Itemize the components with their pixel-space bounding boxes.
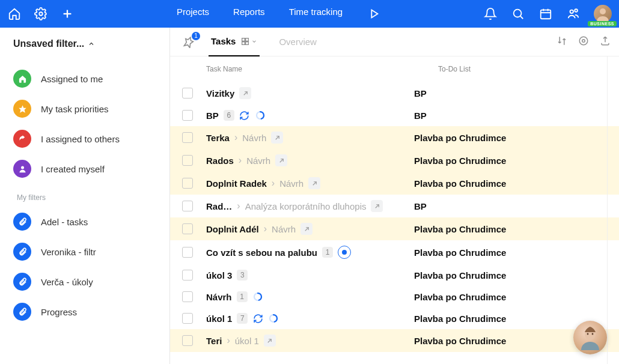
filter-title: Unsaved filter... xyxy=(13,38,84,49)
task-title: BP xyxy=(206,111,219,121)
sidebar-item-label: Progress xyxy=(41,307,77,317)
export-icon[interactable] xyxy=(600,35,611,49)
svg-line-33 xyxy=(268,339,272,342)
task-title: Rados xyxy=(206,156,234,166)
tab-overview[interactable]: Overview xyxy=(276,28,319,56)
tab-projects[interactable]: Projects xyxy=(177,7,209,21)
sort-icon[interactable] xyxy=(556,35,567,49)
table-row[interactable]: BP6 BP xyxy=(170,105,619,126)
task-title: úkol 3 xyxy=(206,270,232,281)
search-icon[interactable] xyxy=(511,7,525,21)
gear-icon[interactable] xyxy=(34,7,48,21)
view-switcher[interactable] xyxy=(240,37,257,46)
sidebar-my-filter[interactable]: Adel - tasks xyxy=(0,207,169,237)
open-link-icon[interactable] xyxy=(271,132,283,144)
task-checkbox[interactable] xyxy=(182,270,193,281)
task-checkbox[interactable] xyxy=(182,313,193,324)
tab-timetracking[interactable]: Time tracking xyxy=(289,7,343,21)
table-row[interactable]: úkol 17 Plavba po Chrudimce xyxy=(170,308,619,329)
topnav-tabs: Projects Reports Time tracking xyxy=(75,7,483,21)
table-row[interactable]: Doplnit Radek›Návrh Plavba po Chrudimce xyxy=(170,172,619,195)
table-row[interactable]: Návrh1 Plavba po Chrudimce xyxy=(170,286,619,308)
task-list-name: BP xyxy=(409,88,619,99)
table-row[interactable]: Vizitky BP xyxy=(170,82,619,105)
sidebar-smart-filter[interactable]: Assigned to me xyxy=(0,64,169,94)
task-checkbox[interactable] xyxy=(182,335,193,346)
star-icon xyxy=(13,100,31,118)
table-row[interactable]: úkol 33 Plavba po Chrudimce xyxy=(170,264,619,286)
open-link-icon[interactable] xyxy=(275,154,287,166)
task-title: Teri xyxy=(206,336,222,346)
svg-marker-3 xyxy=(371,10,377,18)
task-checkbox[interactable] xyxy=(182,201,193,211)
table-row[interactable]: Rados›Návrh Plavba po Chrudimce xyxy=(170,149,619,172)
play-icon[interactable] xyxy=(367,7,381,21)
sidebar-my-filter[interactable]: Verča - úkoly xyxy=(0,267,169,297)
progress-icon xyxy=(255,110,266,121)
chat-avatar[interactable] xyxy=(573,321,607,354)
svg-point-19 xyxy=(582,39,585,42)
sidebar-smart-filter[interactable]: I created myself xyxy=(0,154,169,184)
task-title: Rad… xyxy=(206,201,232,211)
task-list-name: BP xyxy=(409,201,619,211)
table-row[interactable]: Teri›úkol 1 Plavba po Chrudimce xyxy=(170,329,619,352)
task-checkbox[interactable] xyxy=(182,178,193,189)
sidebar-item-label: Assigned to me xyxy=(41,74,103,84)
plus-icon[interactable] xyxy=(60,7,75,21)
open-link-icon[interactable] xyxy=(239,87,251,99)
task-checkbox[interactable] xyxy=(182,110,193,121)
open-link-icon[interactable] xyxy=(264,335,276,347)
svg-point-10 xyxy=(570,10,574,13)
sidebar-item-label: I assigned to others xyxy=(41,134,120,144)
calendar-icon[interactable] xyxy=(538,7,553,21)
task-checkbox[interactable] xyxy=(182,247,193,258)
svg-line-5 xyxy=(520,16,523,19)
sidebar-smart-filter[interactable]: My task priorities xyxy=(0,94,169,124)
clip-icon xyxy=(13,303,31,321)
task-checkbox[interactable] xyxy=(182,88,193,99)
breadcrumb-arrow-icon: › xyxy=(264,223,267,234)
home-icon xyxy=(13,70,31,88)
home-icon[interactable] xyxy=(7,7,22,21)
task-checkbox[interactable] xyxy=(182,132,193,143)
tab-tasks-label: Tasks xyxy=(211,36,236,46)
open-link-icon[interactable] xyxy=(371,200,383,212)
task-checkbox[interactable] xyxy=(182,291,193,302)
status-icon xyxy=(338,246,351,259)
task-list-name: Plavba po Chrudimce xyxy=(409,270,619,281)
filter-dropdown[interactable]: Unsaved filter... xyxy=(0,38,169,64)
people-icon[interactable] xyxy=(566,7,581,21)
svg-rect-6 xyxy=(541,10,551,19)
subtask-count: 1 xyxy=(322,247,333,258)
open-link-icon[interactable] xyxy=(300,223,313,235)
chevron-up-icon xyxy=(88,40,95,47)
pin-filter[interactable]: 1 xyxy=(182,35,195,49)
breadcrumb-arrow-icon: › xyxy=(239,155,242,166)
table-row[interactable]: Doplnit Adél›Návrh Plavba po Chrudimce xyxy=(170,217,619,240)
main: Unsaved filter... Assigned to meMy task … xyxy=(0,28,619,364)
task-breadcrumb: Návrh xyxy=(246,156,270,166)
subtask-count: 7 xyxy=(237,313,248,324)
task-list-name: Plavba po Chrudimce xyxy=(409,156,619,166)
svg-rect-18 xyxy=(246,41,249,44)
task-breadcrumb: Analýza korporátního dluhopis xyxy=(245,201,367,211)
svg-point-14 xyxy=(21,166,24,169)
sidebar: Unsaved filter... Assigned to meMy task … xyxy=(0,28,170,364)
svg-point-4 xyxy=(514,10,522,17)
task-checkbox[interactable] xyxy=(182,223,193,234)
open-link-icon[interactable] xyxy=(308,177,320,189)
task-title: Vizitky xyxy=(206,88,234,99)
sidebar-my-filter[interactable]: Veronika - filtr xyxy=(0,237,169,267)
bell-icon[interactable] xyxy=(483,7,498,21)
table-row[interactable]: Co vzít s sebou na palubu1 Plavba po Chr… xyxy=(170,240,619,264)
table-row[interactable]: Rad…›Analýza korporátního dluhopis BP xyxy=(170,195,619,217)
tab-tasks[interactable]: Tasks xyxy=(209,28,260,56)
tab-reports[interactable]: Reports xyxy=(233,7,265,21)
user-avatar[interactable]: BUSINESS xyxy=(594,5,612,23)
sidebar-my-filter[interactable]: Progress xyxy=(0,297,169,327)
sidebar-smart-filter[interactable]: I assigned to others xyxy=(0,124,169,154)
subtask-count: 3 xyxy=(237,270,248,281)
task-checkbox[interactable] xyxy=(182,155,193,166)
table-row[interactable]: Terka›Návrh Plavba po Chrudimce xyxy=(170,126,619,149)
settings-icon[interactable] xyxy=(578,35,589,49)
